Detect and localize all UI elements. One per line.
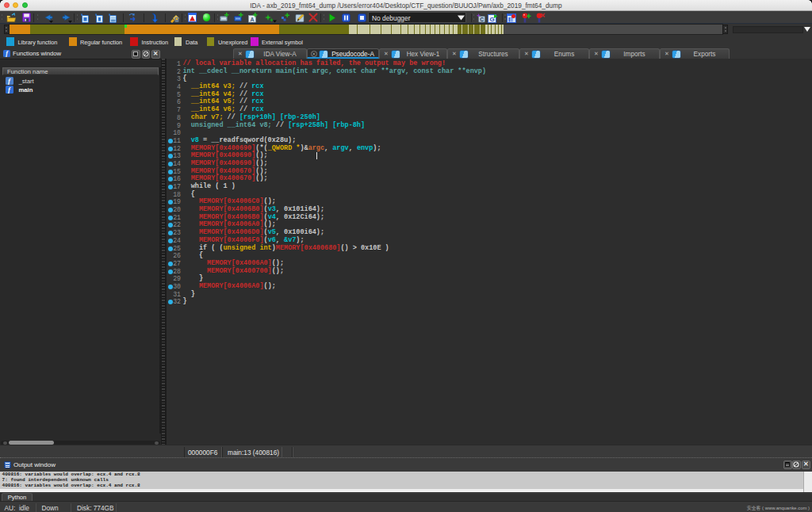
svg-text:C: C [480, 16, 484, 21]
svg-text:A: A [250, 16, 254, 21]
svg-text:G: G [489, 15, 494, 22]
